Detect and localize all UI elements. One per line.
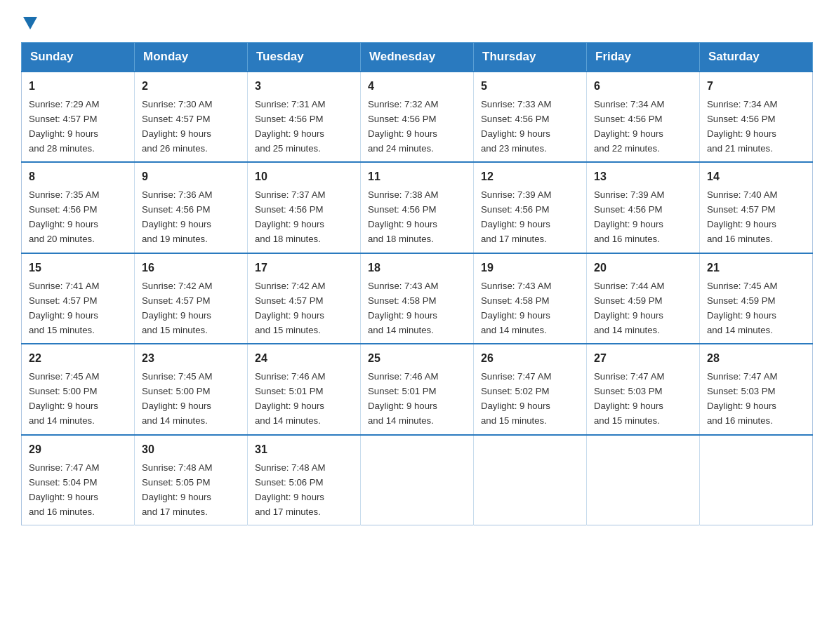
day-info: Sunrise: 7:35 AMSunset: 4:56 PMDaylight:… (29, 189, 99, 244)
day-number: 9 (142, 168, 240, 186)
day-number: 3 (255, 78, 353, 95)
calendar-week-5: 29 Sunrise: 7:47 AMSunset: 5:04 PMDaylig… (22, 435, 813, 525)
calendar-cell: 31 Sunrise: 7:48 AMSunset: 5:06 PMDaylig… (248, 435, 361, 525)
day-info: Sunrise: 7:43 AMSunset: 4:58 PMDaylight:… (368, 281, 438, 335)
day-info: Sunrise: 7:47 AMSunset: 5:03 PMDaylight:… (707, 371, 777, 426)
calendar-week-1: 1 Sunrise: 7:29 AMSunset: 4:57 PMDayligh… (22, 72, 813, 162)
calendar-cell: 1 Sunrise: 7:29 AMSunset: 4:57 PMDayligh… (22, 72, 135, 162)
calendar-cell (474, 435, 587, 525)
day-info: Sunrise: 7:47 AMSunset: 5:02 PMDaylight:… (481, 371, 551, 426)
page-header (21, 14, 813, 29)
calendar-cell: 21 Sunrise: 7:45 AMSunset: 4:59 PMDaylig… (700, 253, 813, 344)
calendar-cell: 12 Sunrise: 7:39 AMSunset: 4:56 PMDaylig… (474, 162, 587, 253)
day-info: Sunrise: 7:48 AMSunset: 5:06 PMDaylight:… (255, 462, 325, 517)
calendar-cell: 8 Sunrise: 7:35 AMSunset: 4:56 PMDayligh… (22, 162, 135, 253)
day-info: Sunrise: 7:47 AMSunset: 5:04 PMDaylight:… (29, 462, 99, 517)
calendar-cell (587, 435, 700, 525)
weekday-header-thursday: Thursday (474, 43, 587, 72)
weekday-header-saturday: Saturday (700, 43, 813, 72)
day-number: 25 (368, 350, 466, 368)
day-info: Sunrise: 7:46 AMSunset: 5:01 PMDaylight:… (255, 371, 325, 426)
weekday-header-tuesday: Tuesday (248, 43, 361, 72)
calendar-week-4: 22 Sunrise: 7:45 AMSunset: 5:00 PMDaylig… (22, 344, 813, 434)
calendar-table: SundayMondayTuesdayWednesdayThursdayFrid… (21, 42, 813, 525)
calendar-cell: 23 Sunrise: 7:45 AMSunset: 5:00 PMDaylig… (135, 344, 248, 434)
calendar-cell: 6 Sunrise: 7:34 AMSunset: 4:56 PMDayligh… (587, 72, 700, 162)
weekday-header-wednesday: Wednesday (361, 43, 474, 72)
day-number: 24 (255, 350, 353, 368)
day-info: Sunrise: 7:29 AMSunset: 4:57 PMDaylight:… (29, 99, 99, 154)
calendar-cell: 2 Sunrise: 7:30 AMSunset: 4:57 PMDayligh… (135, 72, 248, 162)
calendar-cell: 29 Sunrise: 7:47 AMSunset: 5:04 PMDaylig… (22, 435, 135, 525)
day-number: 29 (29, 441, 127, 459)
day-info: Sunrise: 7:34 AMSunset: 4:56 PMDaylight:… (707, 99, 777, 154)
day-info: Sunrise: 7:39 AMSunset: 4:56 PMDaylight:… (594, 189, 664, 244)
calendar-week-2: 8 Sunrise: 7:35 AMSunset: 4:56 PMDayligh… (22, 162, 813, 253)
day-number: 19 (481, 260, 579, 277)
calendar-cell: 4 Sunrise: 7:32 AMSunset: 4:56 PMDayligh… (361, 72, 474, 162)
day-number: 2 (142, 78, 240, 95)
day-info: Sunrise: 7:45 AMSunset: 5:00 PMDaylight:… (142, 371, 212, 426)
day-info: Sunrise: 7:45 AMSunset: 4:59 PMDaylight:… (707, 281, 777, 335)
calendar-cell: 17 Sunrise: 7:42 AMSunset: 4:57 PMDaylig… (248, 253, 361, 344)
day-info: Sunrise: 7:43 AMSunset: 4:58 PMDaylight:… (481, 281, 551, 335)
day-number: 28 (707, 350, 805, 368)
day-number: 31 (255, 441, 353, 459)
day-number: 1 (29, 78, 127, 95)
day-number: 14 (707, 168, 805, 186)
day-number: 18 (368, 260, 466, 277)
day-info: Sunrise: 7:44 AMSunset: 4:59 PMDaylight:… (594, 281, 664, 335)
day-info: Sunrise: 7:42 AMSunset: 4:57 PMDaylight:… (142, 281, 212, 335)
day-info: Sunrise: 7:33 AMSunset: 4:56 PMDaylight:… (481, 99, 551, 154)
day-info: Sunrise: 7:42 AMSunset: 4:57 PMDaylight:… (255, 281, 325, 335)
calendar-cell: 20 Sunrise: 7:44 AMSunset: 4:59 PMDaylig… (587, 253, 700, 344)
day-info: Sunrise: 7:39 AMSunset: 4:56 PMDaylight:… (481, 189, 551, 244)
day-number: 4 (368, 78, 466, 95)
day-info: Sunrise: 7:38 AMSunset: 4:56 PMDaylight:… (368, 189, 438, 244)
calendar-week-3: 15 Sunrise: 7:41 AMSunset: 4:57 PMDaylig… (22, 253, 813, 344)
day-number: 30 (142, 441, 240, 459)
calendar-cell: 11 Sunrise: 7:38 AMSunset: 4:56 PMDaylig… (361, 162, 474, 253)
calendar-cell: 24 Sunrise: 7:46 AMSunset: 5:01 PMDaylig… (248, 344, 361, 434)
calendar-cell: 5 Sunrise: 7:33 AMSunset: 4:56 PMDayligh… (474, 72, 587, 162)
calendar-cell: 19 Sunrise: 7:43 AMSunset: 4:58 PMDaylig… (474, 253, 587, 344)
day-number: 11 (368, 168, 466, 186)
logo-triangle-icon (23, 17, 37, 29)
day-number: 16 (142, 260, 240, 277)
day-info: Sunrise: 7:48 AMSunset: 5:05 PMDaylight:… (142, 462, 212, 517)
calendar-cell: 16 Sunrise: 7:42 AMSunset: 4:57 PMDaylig… (135, 253, 248, 344)
day-number: 12 (481, 168, 579, 186)
day-number: 10 (255, 168, 353, 186)
calendar-cell: 28 Sunrise: 7:47 AMSunset: 5:03 PMDaylig… (700, 344, 813, 434)
day-info: Sunrise: 7:37 AMSunset: 4:56 PMDaylight:… (255, 189, 325, 244)
logo (21, 14, 37, 29)
day-number: 5 (481, 78, 579, 95)
calendar-cell (361, 435, 474, 525)
day-number: 27 (594, 350, 692, 368)
day-number: 8 (29, 168, 127, 186)
day-info: Sunrise: 7:34 AMSunset: 4:56 PMDaylight:… (594, 99, 664, 154)
calendar-header-row: SundayMondayTuesdayWednesdayThursdayFrid… (22, 43, 813, 72)
calendar-cell: 14 Sunrise: 7:40 AMSunset: 4:57 PMDaylig… (700, 162, 813, 253)
calendar-cell: 3 Sunrise: 7:31 AMSunset: 4:56 PMDayligh… (248, 72, 361, 162)
calendar-cell: 25 Sunrise: 7:46 AMSunset: 5:01 PMDaylig… (361, 344, 474, 434)
day-info: Sunrise: 7:31 AMSunset: 4:56 PMDaylight:… (255, 99, 325, 154)
day-number: 17 (255, 260, 353, 277)
day-info: Sunrise: 7:32 AMSunset: 4:56 PMDaylight:… (368, 99, 438, 154)
calendar-cell: 27 Sunrise: 7:47 AMSunset: 5:03 PMDaylig… (587, 344, 700, 434)
day-number: 21 (707, 260, 805, 277)
weekday-header-sunday: Sunday (22, 43, 135, 72)
calendar-cell: 18 Sunrise: 7:43 AMSunset: 4:58 PMDaylig… (361, 253, 474, 344)
day-number: 26 (481, 350, 579, 368)
day-number: 23 (142, 350, 240, 368)
day-info: Sunrise: 7:36 AMSunset: 4:56 PMDaylight:… (142, 189, 212, 244)
calendar-cell: 10 Sunrise: 7:37 AMSunset: 4:56 PMDaylig… (248, 162, 361, 253)
day-number: 22 (29, 350, 127, 368)
calendar-cell: 9 Sunrise: 7:36 AMSunset: 4:56 PMDayligh… (135, 162, 248, 253)
weekday-header-friday: Friday (587, 43, 700, 72)
day-info: Sunrise: 7:30 AMSunset: 4:57 PMDaylight:… (142, 99, 212, 154)
day-number: 13 (594, 168, 692, 186)
day-info: Sunrise: 7:46 AMSunset: 5:01 PMDaylight:… (368, 371, 438, 426)
day-number: 7 (707, 78, 805, 95)
day-number: 6 (594, 78, 692, 95)
